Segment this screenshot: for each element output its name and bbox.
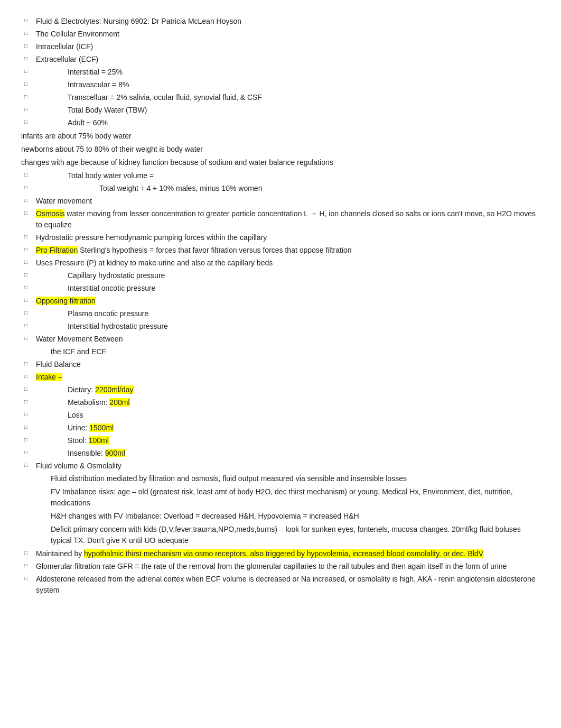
osmosis-highlight: Osmosis xyxy=(36,209,64,218)
list-item-osmosis: Osmosis water moving from lesser concent… xyxy=(21,208,540,231)
plain-text-newborns: newborns about 75 to 80% of their weight… xyxy=(21,144,540,155)
list-item-stool: Stool: 100ml xyxy=(21,435,540,446)
fluid-para2: FV Imbalance risks: age – old (greatest … xyxy=(21,486,540,509)
fluid-para3: H&H changes with FV Imbalance: Overload … xyxy=(21,511,540,522)
list-item-fluid-volume-osmolality: Fluid volume & Osmolality xyxy=(21,460,540,472)
intake-highlight: Intake – xyxy=(36,373,62,381)
list-item-interstitial-hydrostatic: Interstitial hydrostatic pressure xyxy=(21,321,540,332)
maintained-highlight: hypothalmic thirst mechanism via osmo re… xyxy=(84,549,483,558)
list-item-water-between: Water Movement Between xyxy=(21,334,540,345)
profiltration-highlight: Pro Filtration xyxy=(36,246,78,254)
fluid-para1: Fluid distribution mediated by filtratio… xyxy=(21,473,540,484)
osmosis-text: water moving from lesser concentration t… xyxy=(36,209,536,229)
opposing-filtration-highlight: Opposing filtration xyxy=(36,297,96,305)
urine-highlight: 1500ml xyxy=(89,423,114,432)
list-item-gfr: Glomerular filtration rate GFR = the rat… xyxy=(21,561,540,572)
list-item: Interstitial = 25% xyxy=(21,67,540,78)
list-item: Intravascular = 8% xyxy=(21,79,540,90)
list-item: Fluid & Electrolytes: Nursing 6902: Dr P… xyxy=(21,16,540,27)
list-item-plasma-oncotic: Plasma oncotic pressure xyxy=(21,308,540,319)
list-item-water-movement: Water movement xyxy=(21,196,540,207)
list-item: Extracellular (ECF) xyxy=(21,54,540,65)
list-item-tbw-sub: Total weight ÷ 4 + 10% males, minus 10% … xyxy=(21,183,540,194)
list-item-metabolism: Metabolism: 200ml xyxy=(21,397,540,408)
plain-text-changes: changes with age because of kidney funct… xyxy=(21,157,540,168)
list-item-aldosterone: Aldosterone released from the adrenal co… xyxy=(21,574,540,596)
profiltration-text: Sterling's hypothesis = forces that favo… xyxy=(78,246,351,254)
list-item: The Cellular Environment xyxy=(21,29,540,40)
list-item-loss: Loss xyxy=(21,410,540,421)
list-item-capillary-hydrostatic: Capillary hydrostatic pressure xyxy=(21,270,540,281)
page-container: Fluid & Electrolytes: Nursing 6902: Dr P… xyxy=(21,16,540,596)
list-item-tbw: Total body water volume = xyxy=(21,170,540,181)
plain-text-infants: infants are about 75% body water xyxy=(21,131,540,142)
list-item: Transcelluar = 2% salivia, ocular fluid,… xyxy=(21,92,540,103)
list-item-hydrostatic: Hydrostatic pressure hemodynamic pumping… xyxy=(21,232,540,243)
list-item: Adult ~ 60% xyxy=(21,117,540,128)
metabolism-highlight: 200ml xyxy=(109,398,129,407)
list-item-insensible: Insensible: 900ml xyxy=(21,448,540,459)
icf-ecf-text: the ICF and ECF xyxy=(21,346,540,357)
list-item-fluid-balance: Fluid Balance xyxy=(21,359,540,370)
list-item-urine: Urine: 1500ml xyxy=(21,422,540,434)
list-item-opposing-filtration: Opposing filtration xyxy=(21,296,540,307)
list-item: Intracellular (ICF) xyxy=(21,41,540,52)
insensible-highlight: 900ml xyxy=(105,449,125,457)
list-item: Total Body Water (TBW) xyxy=(21,105,540,116)
list-item-uses-pressure: Uses Pressure (P) at kidney to make urin… xyxy=(21,257,540,269)
list-item-profiltration: Pro Filtration Sterling's hypothesis = f… xyxy=(21,245,540,256)
list-item-dietary: Dietary: 2200ml/day xyxy=(21,384,540,395)
fluid-para4: Deficit primary concern with kids (D,V,f… xyxy=(21,524,540,546)
dietary-highlight: 2200ml/day xyxy=(95,385,133,394)
stool-highlight: 100ml xyxy=(89,436,109,445)
list-item-intake: Intake – xyxy=(21,372,540,383)
list-item-interstitial-oncotic: Interstitial oncotic pressure xyxy=(21,283,540,294)
list-item-maintained: Maintained by hypothalmic thirst mechani… xyxy=(21,548,540,559)
